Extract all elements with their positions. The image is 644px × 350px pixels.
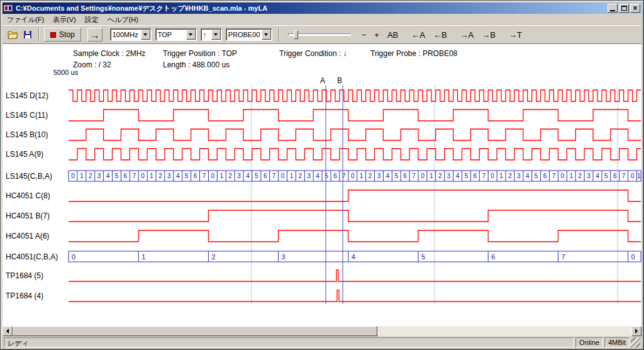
trigger-edge-value: ↑	[201, 31, 211, 38]
ab-cursor-button[interactable]: AB	[385, 30, 401, 40]
close-icon: ×	[633, 5, 637, 11]
status-memory: 4MBit	[604, 337, 630, 347]
menu-settings[interactable]: 設定	[80, 14, 103, 26]
scroll-left-button[interactable]	[3, 326, 13, 336]
trigger-position-select[interactable]: TOP	[155, 28, 197, 41]
title-bar[interactable]: C:¥Documents and Settings¥noname¥デスクトップ¥…	[3, 3, 641, 14]
toolbar: Stop → 100MHz TOP ↑ PROBE00 −+AB←A←B→A→B…	[3, 25, 641, 44]
channel-label-hc4051-a-6[interactable]: HC4051 A(6)	[6, 232, 49, 240]
toolbar-group: ←A←B	[409, 30, 449, 40]
info-length: Length : 488.000 us	[163, 60, 230, 69]
menu-help[interactable]: ヘルプ(H)	[103, 14, 143, 26]
run-arrow-icon: →	[90, 30, 99, 40]
dropdown-arrow-icon[interactable]	[186, 30, 196, 40]
trigger-edge-select[interactable]: ↑	[201, 28, 222, 41]
window-controls: ×	[608, 4, 640, 13]
status-message: レディ	[4, 337, 574, 347]
close-button[interactable]: ×	[630, 4, 640, 13]
next-edge-a-button[interactable]: →A	[458, 30, 477, 40]
info-trigger-condition: Trigger Condition : ↓	[279, 49, 347, 58]
probe-select[interactable]: PROBE00	[226, 28, 272, 41]
horizontal-scrollbar[interactable]	[3, 326, 641, 336]
channel-label-ls145-b-10[interactable]: LS145 B(10)	[6, 130, 48, 139]
app-window: C:¥Documents and Settings¥noname¥デスクトップ¥…	[0, 0, 644, 350]
prev-edge-b-button[interactable]: ←B	[431, 30, 450, 40]
channel-label-ls145-c-b-a[interactable]: LS145(C,B,A)	[6, 172, 52, 181]
zoom-out-button[interactable]: −	[359, 30, 369, 40]
maximize-icon	[621, 6, 627, 11]
sample-clock-select[interactable]: 100MHz	[110, 28, 152, 41]
channel-label-ls145-a-9[interactable]: LS145 A(9)	[6, 150, 43, 159]
prev-edge-a-button[interactable]: ←A	[409, 30, 428, 40]
dropdown-arrow-icon[interactable]	[211, 30, 221, 40]
toolbar-group: −+AB	[359, 30, 401, 40]
channel-label-tp1684-5[interactable]: TP1684 (5)	[6, 271, 43, 280]
sample-clock-value: 100MHz	[111, 31, 141, 38]
waveform-view	[3, 44, 641, 326]
maximize-button[interactable]	[619, 4, 629, 13]
probe-value: PROBE00	[226, 31, 262, 38]
channel-label-column: LS145 D(12)LS145 C(11)LS145 B(10)LS145 A…	[1, 1, 67, 350]
window-title: C:¥Documents and Settings¥noname¥デスクトップ¥…	[16, 4, 608, 13]
goto-trigger-button[interactable]: →T	[506, 30, 525, 40]
zoom-slider-thumb[interactable]	[294, 30, 298, 39]
scroll-right-icon	[635, 329, 638, 334]
scroll-track[interactable]	[13, 326, 631, 336]
channel-label-ls145-c-11[interactable]: LS145 C(11)	[6, 111, 48, 120]
minimize-icon	[610, 10, 615, 11]
minimize-button[interactable]	[608, 4, 618, 13]
zoom-slider[interactable]	[288, 28, 351, 41]
toolbar-group: →T	[506, 30, 525, 40]
scroll-thumb[interactable]	[13, 326, 377, 336]
channel-label-hc4051-c-b-a[interactable]: HC4051(C,B,A)	[6, 252, 58, 261]
status-bar: レディ Online4MBit	[3, 336, 641, 349]
toolbar-separator	[279, 28, 280, 42]
trigger-position-value: TOP	[156, 31, 186, 38]
menu-bar: ファイル(F)表示(V)設定ヘルプ(H)	[3, 14, 641, 25]
toolbar-group: →A→B	[458, 30, 498, 40]
dropdown-arrow-icon[interactable]	[141, 30, 150, 40]
info-trigger-position: Trigger Position : TOP	[163, 49, 237, 58]
scroll-right-button[interactable]	[631, 326, 641, 336]
channel-label-ls145-d-12[interactable]: LS145 D(12)	[6, 91, 48, 100]
info-trigger-probe: Trigger Probe : PROBE08	[370, 49, 457, 58]
dropdown-arrow-icon[interactable]	[262, 30, 271, 40]
info-sample-clock: Sample Clock : 2MHz	[73, 49, 145, 58]
zoom-in-button[interactable]: +	[372, 30, 382, 40]
info-zoom: Zoom : / 32	[73, 60, 111, 69]
status-online: Online	[575, 337, 603, 347]
resize-grip[interactable]	[631, 337, 640, 347]
nav-buttons: −+AB←A←B→A→B→T	[351, 30, 525, 40]
scroll-left-icon	[6, 329, 9, 334]
status-panels: Online4MBit	[575, 337, 630, 347]
run-button[interactable]: →	[87, 28, 103, 42]
channel-label-hc4051-b-7[interactable]: HC4051 B(7)	[6, 212, 50, 220]
channel-label-tp1684-4[interactable]: TP1684 (4)	[6, 291, 43, 300]
next-edge-b-button[interactable]: →B	[479, 30, 498, 40]
channel-label-hc4051-c-8[interactable]: HC4051 C(8)	[6, 191, 50, 200]
